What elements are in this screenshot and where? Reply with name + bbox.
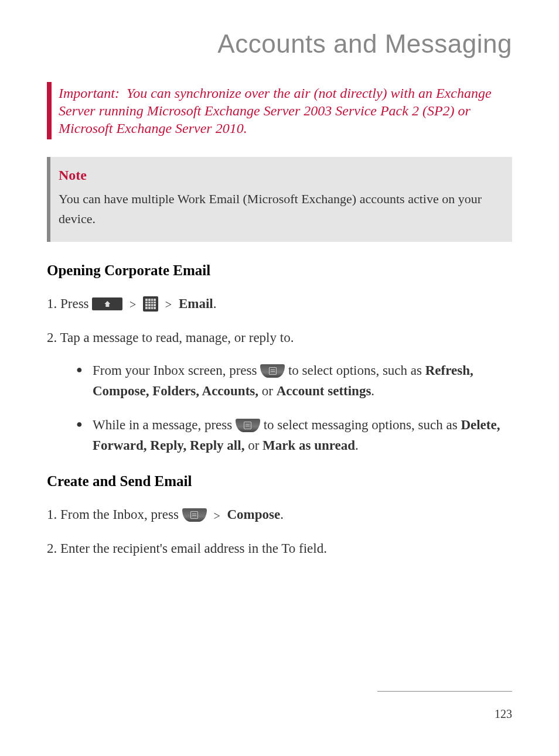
bullet-list: From your Inbox screen, press to select … (76, 361, 512, 456)
step1-period: . (213, 296, 217, 311)
home-key-icon (92, 297, 122, 310)
chevron-gt: > (213, 507, 220, 525)
menu-key-icon (236, 419, 260, 432)
note-callout: Note You can have multiple Work Email (M… (47, 157, 512, 242)
note-title: Note (59, 167, 500, 183)
stepc1-compose: Compose (227, 507, 280, 522)
section-heading-opening: Opening Corporate Email (47, 262, 512, 279)
bullet1-period: . (371, 384, 374, 398)
stepc1-period: . (280, 507, 284, 522)
step1-prefix: 1. Press (47, 296, 92, 311)
step-c2: 2. Enter the recipient's email address i… (47, 538, 512, 559)
important-text: Important: You can synchronize over the … (59, 84, 512, 137)
important-label: Important: (59, 85, 120, 101)
bullet1-pre: From your Inbox screen, press (93, 363, 260, 378)
important-callout: Important: You can synchronize over the … (47, 82, 512, 139)
chevron-gt: > (129, 296, 136, 314)
page-number: 123 (495, 707, 512, 721)
bullet-item-1: From your Inbox screen, press to select … (76, 361, 512, 401)
bullet1-or: or (258, 384, 277, 398)
section-heading-create: Create and Send Email (47, 473, 512, 490)
step1-email-label: Email (179, 296, 213, 311)
bullet2-post1: to select messaging options, such as (264, 418, 461, 432)
bullet2-period: . (355, 438, 359, 453)
bullet2-bold2: Mark as unread (263, 438, 355, 453)
bullet1-post1: to select options, such as (288, 363, 425, 378)
chevron-gt: > (165, 296, 172, 314)
menu-key-icon (182, 508, 207, 522)
bullet2-pre: While in a message, press (93, 418, 236, 432)
step-2: 2. Tap a message to read, manage, or rep… (47, 327, 512, 348)
important-body: You can synchronize over the air (not di… (59, 85, 492, 136)
footer-rule (377, 691, 512, 692)
bullet1-bold2: Account settings (277, 384, 371, 398)
menu-key-icon (260, 364, 285, 378)
stepc1-prefix: 1. From the Inbox, press (47, 507, 182, 522)
bullet2-or: or (244, 438, 263, 453)
step-c1: 1. From the Inbox, press > Compose. (47, 504, 512, 525)
apps-grid-icon (143, 296, 158, 312)
page-title: Accounts and Messaging (47, 29, 512, 59)
note-body: You can have multiple Work Email (Micros… (59, 189, 500, 229)
bullet-item-2: While in a message, press to select mess… (76, 415, 512, 456)
step-1: 1. Press > > Email. (47, 293, 512, 314)
